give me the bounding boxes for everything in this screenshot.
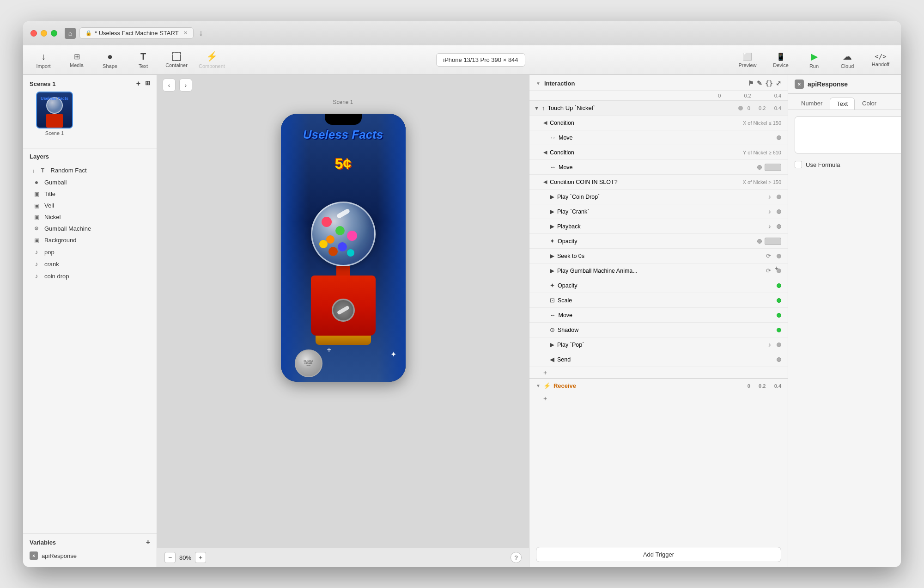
shape-tool[interactable]: ● Shape [99,51,121,69]
close-button[interactable] [30,30,37,37]
pencil-icon[interactable]: ✎ [757,80,762,87]
seek-icon: ▶ [550,252,554,259]
shadow-name: Shadow [558,327,774,333]
layer-gumball[interactable]: ● Gumball [23,176,157,188]
rect-layer-icon: ▣ [32,191,41,197]
condition-coin-suffix: X of Nickel > 150 [743,179,781,185]
opacity-1-icon: ✦ [550,238,555,245]
home-icon[interactable]: ⌂ [65,28,76,39]
add-action-button[interactable]: + [529,367,788,378]
nav-back-button[interactable]: ‹ [163,79,176,92]
receive-add-button[interactable]: + [529,393,788,404]
tab-title: * Useless Fact Machine START [95,30,179,37]
minimize-button[interactable] [41,30,47,37]
maximize-button[interactable] [51,30,57,37]
scenes-view-button[interactable]: ⊞ [145,80,150,88]
text-value-input[interactable] [795,116,901,153]
layer-nickel[interactable]: ▣ Nickel [23,211,157,223]
active-tab[interactable]: 🔒 * Useless Fact Machine START ✕ [79,27,194,39]
machine-neck [336,266,350,276]
interaction-header-left: ▼ Interaction [536,80,575,87]
flag-icon[interactable]: ⚑ [748,80,754,87]
send-row: ◀ Send [529,352,788,367]
playback-note-icon: ♪ [768,223,772,230]
traffic-lights [30,30,57,37]
move-2-dot [757,165,762,170]
media-tool[interactable]: ⊞ Media [66,52,88,68]
coin-drop-note-icon: ♪ [768,193,772,200]
main-content: Scenes 1 + ⊞ Useless Facts [23,75,901,567]
move-1-name: Move [559,135,774,141]
interaction-header: ▼ Interaction ⚑ ✎ {} ⤢ [529,75,788,91]
layer-crank[interactable]: ♪ crank [23,258,157,270]
notch [325,114,362,125]
shape-icon: ● [107,51,113,62]
circle-layer-icon: ● [32,178,41,186]
add-variable-button[interactable]: + [146,538,150,546]
new-tab-button[interactable]: ↓ [195,27,207,39]
play-pop-icon: ▶ [550,341,554,348]
container-tool[interactable]: Container [165,52,188,68]
add-trigger-button[interactable]: Add Trigger [536,547,781,562]
condition-2-suffix: Y of Nickel ≥ 610 [743,150,781,155]
use-formula-checkbox[interactable] [795,161,802,168]
condition-1-suffix: X of Nickel ≤ 150 [743,120,781,126]
condition-1-row: ◀ Condition X of Nickel ≤ 150 [529,116,788,130]
move-2-swatch [765,164,781,171]
nav-forward-button[interactable]: › [179,79,192,92]
layer-gumball-machine[interactable]: ⚙ Gumball Machine [23,223,157,234]
send-dot [777,357,781,362]
preview-tool[interactable]: ⬜ Preview [736,52,759,68]
opacity-1-swatch [765,238,781,245]
receive-broadcast-icon: ⚡ [543,382,551,389]
run-tool[interactable]: ▶ Run [803,51,825,69]
import-tool[interactable]: ↓ Import [32,51,55,69]
move-1-icon: ↔ [550,134,556,141]
playback-name: Playback [557,223,766,230]
device-selector[interactable]: iPhone 13/13 Pro 390 × 844 [436,53,525,67]
expand-icon[interactable]: ⤢ [776,80,781,87]
phone-mockup: Useless Facts 5¢ [281,114,406,382]
handoff-tool[interactable]: </> Handoff [869,53,892,67]
component-tool[interactable]: ⚡ Component [199,51,225,69]
tab-text[interactable]: Text [830,98,855,110]
tab-close-button[interactable]: ✕ [183,30,188,36]
tab-color[interactable]: Color [856,98,883,110]
variable-name: apiResponse [42,552,77,559]
layer-pop[interactable]: ♪ pop [23,246,157,258]
receive-collapse-icon[interactable]: ▼ [536,383,541,388]
tab-number[interactable]: Number [795,98,829,110]
layer-title[interactable]: ▣ Title [23,188,157,200]
device-tool[interactable]: 📱 Device [770,52,792,68]
variable-api-response[interactable]: × apiResponse [23,549,157,562]
cloud-icon: ☁ [843,51,852,62]
play-crank-name: Play `Crank` [557,208,766,215]
zoom-out-button[interactable]: − [164,552,176,563]
help-button[interactable]: ? [511,552,522,563]
layer-coin-drop[interactable]: ♪ coin drop [23,270,157,282]
layer-background[interactable]: ▣ Background [23,234,157,246]
layer-veil[interactable]: ▣ Veil [23,200,157,211]
timeline-0: 0 [718,93,721,98]
layer-random-fact[interactable]: ↓ T Random Fact [23,165,157,176]
layer-name: Gumball [44,179,150,186]
code-icon[interactable]: {} [765,80,773,87]
gumball-7 [347,249,354,257]
add-scene-button[interactable]: + [136,80,140,88]
audio-layer-icon3: ♪ [32,272,41,280]
arrow-icon: ↓ [32,168,35,173]
gumball-3 [326,235,334,244]
cloud-tool[interactable]: ☁ Cloud [836,51,858,69]
component-layer-icon: ⚙ [32,226,41,232]
variables-header: Variables + [23,533,157,549]
collapse-trigger-icon[interactable]: ▼ [534,105,539,111]
zoom-in-button[interactable]: + [195,552,206,563]
collapse-icon[interactable]: ▼ [536,81,541,86]
layer-name: pop [44,249,150,256]
audio-layer-icon: ♪ [32,248,41,256]
play-coin-drop-name: Play `Coin Drop` [557,194,766,200]
text-tool[interactable]: T Text [132,51,154,69]
scene1-thumbnail[interactable]: Useless Facts Scene 1 [36,92,73,136]
shadow-icon: ⊙ [550,326,555,333]
scene1-label: Scene 1 [36,130,73,136]
